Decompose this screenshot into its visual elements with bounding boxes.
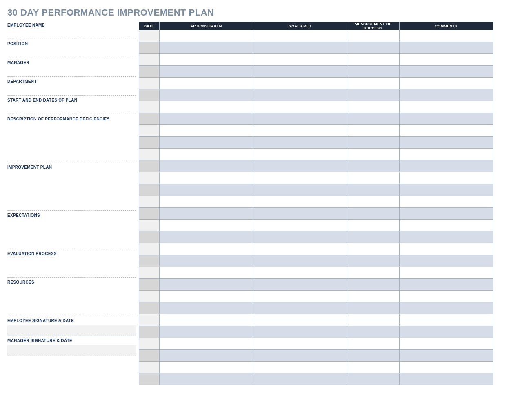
grid-cell[interactable]	[399, 255, 493, 267]
grid-cell[interactable]	[399, 65, 493, 78]
grid-cell[interactable]	[139, 361, 160, 373]
field-input[interactable]	[7, 29, 136, 39]
grid-cell[interactable]	[347, 160, 400, 172]
grid-cell[interactable]	[253, 231, 347, 243]
grid-cell[interactable]	[347, 302, 400, 314]
grid-cell[interactable]	[253, 290, 347, 302]
grid-cell[interactable]	[139, 314, 160, 326]
field-input[interactable]	[7, 123, 136, 162]
grid-cell[interactable]	[347, 65, 400, 78]
grid-cell[interactable]	[139, 148, 160, 160]
grid-cell[interactable]	[399, 231, 493, 243]
grid-cell[interactable]	[253, 255, 347, 267]
grid-cell[interactable]	[399, 196, 493, 208]
grid-cell[interactable]	[399, 136, 493, 149]
grid-cell[interactable]	[139, 196, 160, 208]
grid-cell[interactable]	[347, 148, 400, 160]
grid-cell[interactable]	[399, 124, 493, 137]
field-input[interactable]	[7, 48, 136, 58]
grid-cell[interactable]	[399, 207, 493, 220]
grid-cell[interactable]	[347, 349, 400, 362]
grid-cell[interactable]	[139, 65, 160, 78]
field-input[interactable]	[7, 219, 136, 249]
grid-cell[interactable]	[139, 326, 160, 338]
grid-cell[interactable]	[399, 101, 493, 113]
grid-cell[interactable]	[347, 53, 400, 66]
grid-cell[interactable]	[139, 302, 160, 314]
grid-cell[interactable]	[139, 267, 160, 279]
grid-cell[interactable]	[399, 243, 493, 255]
grid-cell[interactable]	[159, 207, 253, 220]
grid-cell[interactable]	[159, 314, 253, 326]
signature-input[interactable]	[7, 325, 136, 336]
grid-cell[interactable]	[139, 207, 160, 220]
grid-cell[interactable]	[399, 267, 493, 279]
grid-cell[interactable]	[253, 196, 347, 208]
grid-cell[interactable]	[253, 77, 347, 89]
grid-cell[interactable]	[347, 267, 400, 279]
grid-cell[interactable]	[253, 160, 347, 172]
grid-cell[interactable]	[399, 361, 493, 373]
grid-cell[interactable]	[159, 349, 253, 362]
grid-cell[interactable]	[253, 65, 347, 78]
grid-cell[interactable]	[253, 326, 347, 338]
grid-cell[interactable]	[399, 349, 493, 362]
grid-cell[interactable]	[159, 267, 253, 279]
field-input[interactable]	[7, 171, 136, 210]
grid-cell[interactable]	[347, 124, 400, 137]
grid-cell[interactable]	[253, 361, 347, 373]
grid-cell[interactable]	[139, 231, 160, 243]
grid-cell[interactable]	[159, 148, 253, 160]
grid-cell[interactable]	[347, 184, 400, 196]
grid-cell[interactable]	[139, 349, 160, 362]
grid-cell[interactable]	[399, 160, 493, 172]
grid-cell[interactable]	[347, 77, 400, 89]
grid-cell[interactable]	[347, 255, 400, 267]
grid-cell[interactable]	[253, 219, 347, 231]
grid-cell[interactable]	[399, 338, 493, 350]
grid-cell[interactable]	[253, 42, 347, 54]
grid-cell[interactable]	[399, 30, 493, 42]
grid-cell[interactable]	[253, 243, 347, 255]
grid-cell[interactable]	[399, 314, 493, 326]
grid-cell[interactable]	[139, 243, 160, 255]
grid-cell[interactable]	[347, 314, 400, 326]
grid-cell[interactable]	[253, 89, 347, 101]
grid-cell[interactable]	[159, 231, 253, 243]
grid-cell[interactable]	[159, 136, 253, 149]
grid-cell[interactable]	[347, 278, 400, 291]
grid-cell[interactable]	[347, 243, 400, 255]
grid-cell[interactable]	[139, 255, 160, 267]
field-input[interactable]	[7, 258, 136, 277]
grid-cell[interactable]	[347, 361, 400, 373]
grid-cell[interactable]	[159, 302, 253, 314]
grid-cell[interactable]	[139, 160, 160, 172]
grid-cell[interactable]	[159, 278, 253, 291]
grid-cell[interactable]	[159, 113, 253, 125]
grid-cell[interactable]	[347, 338, 400, 350]
grid-cell[interactable]	[139, 124, 160, 137]
grid-cell[interactable]	[159, 89, 253, 101]
grid-cell[interactable]	[399, 219, 493, 231]
grid-cell[interactable]	[159, 77, 253, 89]
grid-cell[interactable]	[399, 373, 493, 385]
grid-cell[interactable]	[159, 53, 253, 66]
grid-cell[interactable]	[347, 136, 400, 149]
grid-cell[interactable]	[399, 302, 493, 314]
grid-cell[interactable]	[253, 267, 347, 279]
grid-cell[interactable]	[253, 314, 347, 326]
grid-cell[interactable]	[159, 219, 253, 231]
grid-cell[interactable]	[159, 124, 253, 137]
grid-cell[interactable]	[139, 184, 160, 196]
grid-cell[interactable]	[139, 77, 160, 89]
grid-cell[interactable]	[399, 77, 493, 89]
grid-cell[interactable]	[253, 278, 347, 291]
grid-cell[interactable]	[253, 136, 347, 149]
grid-cell[interactable]	[399, 53, 493, 66]
grid-cell[interactable]	[139, 219, 160, 231]
grid-cell[interactable]	[347, 219, 400, 231]
grid-cell[interactable]	[159, 243, 253, 255]
signature-input[interactable]	[7, 345, 136, 356]
grid-cell[interactable]	[347, 172, 400, 184]
grid-cell[interactable]	[399, 290, 493, 302]
